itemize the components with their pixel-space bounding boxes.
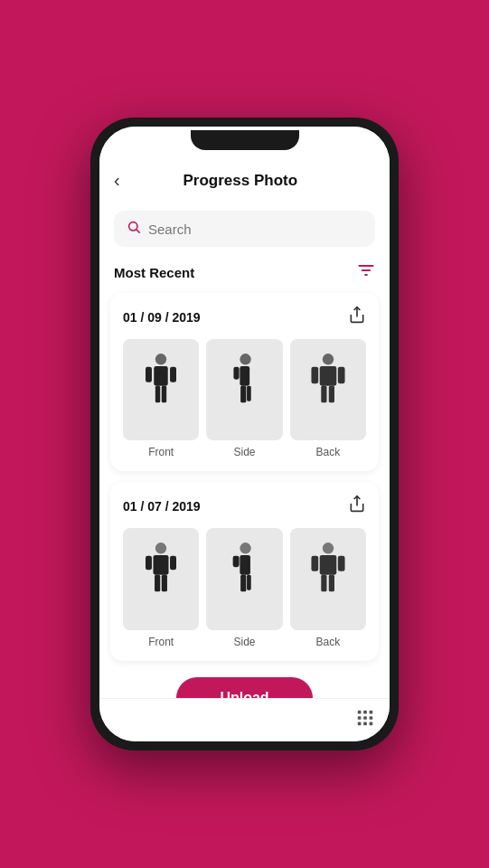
svg-rect-45 <box>363 716 367 720</box>
svg-rect-44 <box>358 716 362 720</box>
photo-front-1 <box>123 339 199 440</box>
photo-label-back-1: Back <box>315 446 340 458</box>
card-date-2: 01 / 07 / 2019 <box>123 499 201 514</box>
photo-item-front-2: Front <box>123 528 199 647</box>
upload-button[interactable]: Upload <box>176 677 312 698</box>
svg-rect-20 <box>329 386 334 403</box>
svg-point-17 <box>323 354 334 364</box>
header: ‹ Progress Photo <box>99 154 390 203</box>
svg-rect-41 <box>358 711 362 714</box>
search-input[interactable] <box>148 222 362 237</box>
svg-point-35 <box>323 543 334 554</box>
photo-item-side-2: Side <box>206 528 282 647</box>
grid-icon[interactable] <box>355 708 375 732</box>
photo-side-1 <box>206 339 282 440</box>
share-icon-2[interactable] <box>348 495 366 517</box>
card-date-1: 01 / 09 / 2019 <box>123 310 201 325</box>
photo-back-2 <box>290 528 366 629</box>
svg-point-12 <box>240 354 251 364</box>
bottom-nav <box>99 698 390 741</box>
svg-rect-7 <box>154 366 167 386</box>
card-header-2: 01 / 07 / 2019 <box>123 495 366 517</box>
filter-icon[interactable] <box>357 261 375 284</box>
photo-side-2 <box>206 528 282 629</box>
page-title: Progress Photo <box>127 172 353 190</box>
photo-card-2: 01 / 07 / 2019 <box>110 482 379 660</box>
svg-rect-15 <box>248 386 252 401</box>
svg-rect-22 <box>338 367 345 384</box>
svg-rect-43 <box>370 711 373 714</box>
svg-rect-11 <box>170 367 176 382</box>
notch-area <box>99 127 390 154</box>
svg-rect-33 <box>248 575 252 590</box>
upload-button-container: Upload <box>99 672 390 698</box>
svg-rect-34 <box>233 556 240 567</box>
svg-rect-42 <box>363 711 367 714</box>
svg-rect-36 <box>320 555 337 575</box>
svg-rect-19 <box>321 386 326 403</box>
svg-rect-31 <box>240 555 251 575</box>
svg-rect-14 <box>241 386 247 403</box>
svg-rect-21 <box>311 367 318 384</box>
notch <box>191 130 299 150</box>
phone-frame: ‹ Progress Photo Most Recent 01 / 09 / 2… <box>90 118 399 750</box>
svg-rect-46 <box>370 716 373 720</box>
svg-rect-8 <box>155 386 160 403</box>
svg-rect-26 <box>155 575 160 592</box>
search-icon <box>127 220 141 238</box>
svg-rect-38 <box>329 575 334 592</box>
svg-rect-27 <box>162 575 167 592</box>
photo-item-back-1: Back <box>290 339 366 458</box>
photo-item-side-1: Side <box>206 339 282 458</box>
back-button[interactable]: ‹ <box>114 166 127 194</box>
svg-rect-48 <box>363 722 367 726</box>
svg-rect-18 <box>320 366 337 386</box>
photo-item-front-1: Front <box>123 339 199 458</box>
svg-rect-37 <box>321 575 326 592</box>
section-header: Most Recent <box>99 258 390 293</box>
section-title: Most Recent <box>114 265 194 280</box>
svg-point-6 <box>155 354 166 364</box>
photo-front-2 <box>123 528 199 629</box>
svg-rect-10 <box>146 367 152 382</box>
svg-line-1 <box>136 230 140 233</box>
svg-point-24 <box>155 543 166 554</box>
svg-rect-47 <box>358 722 362 726</box>
svg-rect-28 <box>146 556 152 570</box>
photo-label-back-2: Back <box>315 636 340 648</box>
svg-rect-25 <box>154 555 169 575</box>
app-content: ‹ Progress Photo Most Recent 01 / 09 / 2… <box>99 154 390 698</box>
photos-grid-1: Front Side <box>123 339 366 458</box>
photo-label-front-1: Front <box>148 446 174 458</box>
photos-grid-2: Front Side <box>123 528 366 647</box>
photo-item-back-2: Back <box>290 528 366 647</box>
photo-back-1 <box>290 339 366 440</box>
card-header-1: 01 / 09 / 2019 <box>123 306 366 328</box>
photo-label-front-2: Front <box>148 636 174 648</box>
svg-rect-32 <box>241 575 247 592</box>
svg-rect-29 <box>170 556 176 570</box>
svg-rect-9 <box>162 386 166 403</box>
share-icon-1[interactable] <box>348 306 366 328</box>
svg-point-30 <box>240 543 251 554</box>
svg-rect-39 <box>311 556 318 571</box>
svg-rect-16 <box>234 367 240 380</box>
photo-card-1: 01 / 09 / 2019 <box>110 293 379 471</box>
photo-label-side-1: Side <box>233 446 255 458</box>
svg-rect-49 <box>370 722 373 726</box>
svg-rect-40 <box>338 556 345 571</box>
photo-label-side-2: Side <box>233 636 255 648</box>
phone-screen: ‹ Progress Photo Most Recent 01 / 09 / 2… <box>99 127 390 741</box>
search-bar[interactable] <box>114 211 375 247</box>
svg-rect-13 <box>240 366 250 386</box>
svg-point-0 <box>129 222 137 231</box>
